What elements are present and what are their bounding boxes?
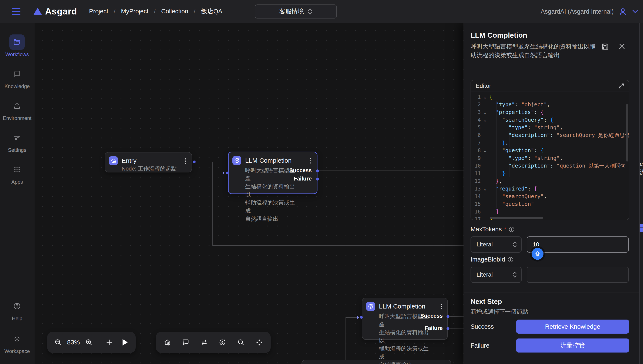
port-llm2-input[interactable] [360,316,363,319]
port-llm2-failure[interactable] [446,327,449,330]
fold-chevron-icon[interactable]: ⌄ [481,93,489,101]
llm-node-menu-icon[interactable] [309,156,312,166]
entry-node-subtitle: Node: 工作流程的起點 [122,165,187,172]
code-line: 7 }, [471,139,629,147]
home-plus-tool-button[interactable] [159,332,175,353]
sidebar-item-environment[interactable]: Environment [3,98,32,121]
add-node-button[interactable] [102,332,117,353]
edge-entry-vertical [212,162,213,246]
swap-tool-button[interactable] [196,332,212,353]
port-entry-output[interactable] [193,160,196,163]
expand-icon[interactable] [618,83,624,89]
sidebar-main-items: WorkflowsKnowledgeEnvironmentSettingsApp… [3,34,32,194]
fold-chevron-icon[interactable]: ⌄ [481,147,489,154]
fold-spacer [481,208,489,216]
line-number: 5 [471,124,481,132]
grid-icon [9,162,25,177]
hidden-node-fragment: e [640,161,643,167]
success-next-node-button[interactable]: Retrieve Knowledge [516,320,629,334]
breadcrumb-item[interactable]: 飯店QA [201,7,222,16]
code-line: 2 "type": "object", [471,101,629,108]
comment-tool-button[interactable] [178,332,194,353]
entry-node-menu-icon[interactable] [184,156,187,166]
line-number: 16 [471,208,481,216]
fold-spacer [481,124,489,132]
code-line: 1⌄{ [471,93,629,101]
node-llm-completion-1[interactable]: LLM Completion 呼叫大型語言模型並產 生結構化的資料輸出以 輔助流… [228,152,318,194]
port-llm1-input[interactable] [226,172,229,174]
hidden-node-sliver: e 流 [640,23,643,364]
editor-vertical-scrollbar[interactable] [626,104,628,162]
line-number: 14 [471,193,481,200]
breadcrumb-item[interactable]: MyProject [121,8,148,15]
chevron-down-icon [632,9,638,14]
sidebar-item-settings[interactable]: Settings [3,130,32,153]
editor-horizontal-scrollbar[interactable] [490,217,543,219]
chevron-updown-icon [308,8,312,15]
sidebar-item-workflows[interactable]: Workflows [3,34,32,58]
sidebar-item-help[interactable]: Help [9,298,25,322]
environment-selector[interactable]: 客服情境 [255,4,337,18]
account-menu[interactable]: AsgardAI (Asgard Internal) [541,0,638,23]
node-entry[interactable]: Entry Node: 工作流程的起點 [104,152,192,172]
sidebar-item-workspace[interactable]: Workspace [4,331,30,354]
toolbar-divider [99,336,99,348]
fold-chevron-icon[interactable]: ⌄ [481,116,489,124]
line-number: 6 [471,132,481,139]
sidebar-nav: WorkflowsKnowledgeEnvironmentSettingsApp… [0,23,34,364]
code-line: 6 "description": "searchQuery 是你經過思考 [471,132,629,139]
line-number: 3 [471,108,481,116]
sidebar-item-label: Workflows [5,52,29,58]
search-tool-button[interactable] [233,332,249,353]
sidebar-item-knowledge[interactable]: Knowledge [3,66,32,89]
failure-next-node-button[interactable]: 流量控管 [516,338,629,352]
info-icon[interactable] [508,226,515,232]
breadcrumb-item[interactable]: Project [89,8,108,15]
run-workflow-button[interactable] [117,332,132,353]
nodes-tool-button[interactable] [252,332,267,353]
max-tokens-value: 10 [533,241,539,248]
code-line: 4⌄ "searchQuery": { [471,116,629,124]
schema-editor[interactable]: Editor 1⌄{2 "type": "object",3⌄ "propert… [470,80,629,220]
fold-chevron-icon[interactable]: ⌄ [481,108,489,116]
folder-icon [9,34,25,50]
zoom-in-button[interactable] [81,332,97,353]
image-blob-id-mode-select[interactable]: Literal [470,266,522,283]
image-blob-id-input[interactable] [527,266,629,283]
sidebar-item-label: Workspace [4,348,30,354]
fold-spacer [481,139,489,147]
hamburger-menu-icon[interactable] [12,8,20,15]
llm1-success-label: Success [289,167,312,174]
port-llm2-success[interactable] [446,315,449,318]
save-icon[interactable] [601,42,609,50]
app-root: Asgard Project/MyProject/Collection/飯店QA… [0,0,643,364]
llm-node-menu-icon[interactable] [440,302,443,312]
zoom-out-button[interactable] [50,332,66,353]
entry-node-icon [109,156,118,165]
max-tokens-mode-select[interactable]: Literal [470,236,522,252]
node-llm-completion-2[interactable]: LLM Completion 呼叫大型語言模型並產 生結構化的資料輸出以 輔助流… [362,298,448,340]
fold-spacer [481,216,489,220]
node-config-panel: LLM Completion 呼叫大型語言模型並產生結構化的資料輸出以輔助流程的… [464,23,643,364]
fold-spacer [481,101,489,108]
llm-orbit-tool-button[interactable] [214,332,230,353]
fold-spacer [481,132,489,139]
breadcrumb-item[interactable]: Collection [161,8,188,15]
close-icon[interactable] [618,42,626,50]
text-caret [540,241,540,248]
fold-chevron-icon[interactable]: ⌄ [481,185,489,193]
port-llm1-success[interactable] [316,170,319,172]
info-icon[interactable] [507,256,514,263]
sidebar-item-apps[interactable]: Apps [3,162,32,185]
edge-llm2-success [448,316,464,317]
edge-llm1-failure [318,179,464,179]
llm2-success-label: Success [420,312,443,319]
line-number: 9 [471,154,481,162]
sidebar-bottom-items: HelpWorkspace [4,298,30,364]
code-line: 15 "question" [471,200,629,208]
port-llm1-failure[interactable] [316,178,319,180]
line-number: 12 [471,177,481,185]
code-line: 12 }, [471,177,629,185]
hidden-node-blue-bar [640,224,643,228]
code-editor-area[interactable]: 1⌄{2 "type": "object",3⌄ "properties": {… [471,92,629,220]
